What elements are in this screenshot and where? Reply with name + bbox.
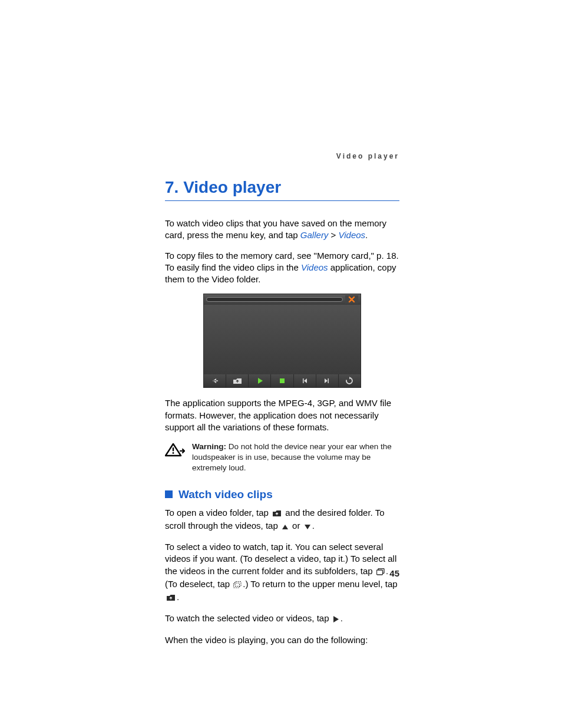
folder-open-icon <box>272 508 282 520</box>
chapter-heading: 7. Video player <box>165 178 399 201</box>
scroll-down-icon <box>304 521 311 533</box>
link-videos[interactable]: Videos <box>338 230 365 240</box>
text: . <box>177 592 179 602</box>
page-number: 45 <box>165 568 399 578</box>
svg-point-1 <box>173 452 174 454</box>
text: To watch the selected video or videos, t… <box>165 613 332 623</box>
paragraph-copy: To copy files to the memory card, see "M… <box>165 250 399 286</box>
player-window <box>203 294 361 388</box>
paragraph-formats: The application supports the MPEG-4, 3GP… <box>165 397 399 433</box>
arrow-left-icon <box>211 377 219 384</box>
manual-page: Video player 7. Video player To watch vi… <box>165 152 399 654</box>
text: > <box>328 230 338 240</box>
svg-rect-6 <box>234 583 240 588</box>
prev-track-button[interactable] <box>294 374 316 387</box>
folder-up-inline-icon <box>166 592 176 604</box>
player-titlebar <box>204 294 361 305</box>
folder-up-icon <box>233 377 242 384</box>
folder-up-button[interactable] <box>226 374 249 387</box>
stop-button[interactable] <box>271 374 293 387</box>
skip-next-icon <box>323 377 330 384</box>
next-track-button[interactable] <box>316 374 339 387</box>
paragraph-intro: To watch video clips that you have saved… <box>165 218 399 242</box>
chapter-title-text: Video player <box>183 178 281 196</box>
text: To open a video folder, tap <box>165 508 271 518</box>
repeat-icon <box>345 377 353 385</box>
square-bullet-icon <box>165 490 173 498</box>
scroll-up-icon <box>282 521 289 533</box>
close-button[interactable] <box>345 295 358 304</box>
video-player-screenshot <box>203 294 361 388</box>
paragraph-watch: To watch the selected video or videos, t… <box>165 612 399 625</box>
running-header: Video player <box>165 152 399 160</box>
text: . <box>365 230 368 240</box>
warning-label: Warning: <box>192 442 226 451</box>
svg-rect-5 <box>235 581 241 586</box>
chapter-number: 7. <box>165 178 178 196</box>
text: .) To return to the upper menu level, ta… <box>243 579 397 589</box>
play-icon <box>256 377 263 384</box>
stop-icon <box>279 377 286 384</box>
close-x-icon <box>348 296 355 303</box>
paragraph-open-folder: To open a video folder, tap and the desi… <box>165 507 399 533</box>
play-inline-icon <box>333 614 339 625</box>
section-title-text: Watch video clips <box>178 488 273 501</box>
warning-block: Warning: Do not hold the device near you… <box>165 442 399 474</box>
deselect-all-icon <box>233 579 242 591</box>
skip-previous-icon <box>301 377 308 384</box>
repeat-button[interactable] <box>339 374 361 387</box>
warning-text: Warning: Do not hold the device near you… <box>192 442 399 474</box>
svg-rect-2 <box>173 447 174 452</box>
play-button[interactable] <box>249 374 271 387</box>
link-videos-app[interactable]: Videos <box>301 262 328 272</box>
section-heading: Watch video clips <box>165 488 399 501</box>
warning-triangle-icon <box>165 442 185 460</box>
link-gallery[interactable]: Gallery <box>300 230 329 240</box>
svg-rect-0 <box>280 378 285 383</box>
text: or <box>290 521 303 531</box>
player-toolbar <box>204 374 361 387</box>
text: . <box>312 521 315 531</box>
video-area[interactable] <box>204 305 361 374</box>
paragraph-playing: When the video is playing, you can do th… <box>165 634 399 646</box>
text: . <box>340 613 343 623</box>
progress-bar[interactable] <box>206 297 343 302</box>
back-button[interactable] <box>204 374 226 387</box>
